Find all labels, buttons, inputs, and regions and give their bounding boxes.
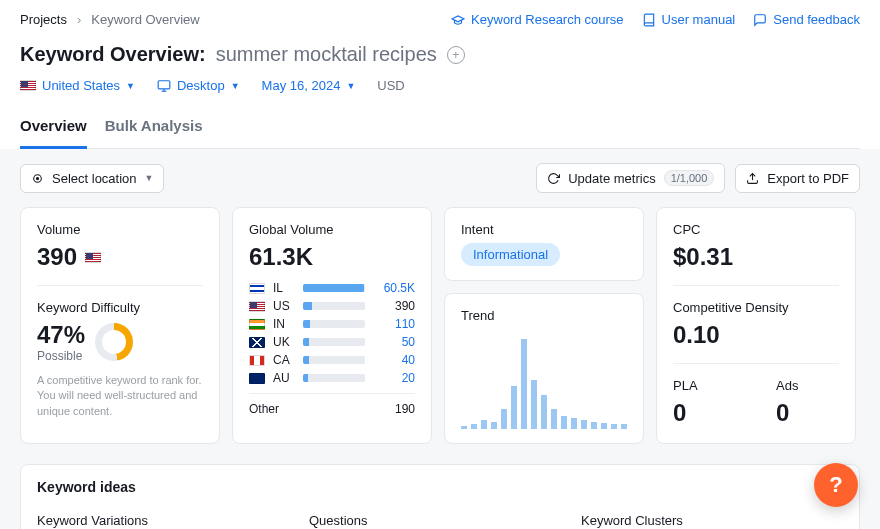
chevron-right-icon: › xyxy=(77,12,81,27)
add-keyword-button[interactable]: + xyxy=(447,46,465,64)
kd-donut-chart xyxy=(95,323,133,361)
global-volume-row[interactable]: IL 60.5K xyxy=(249,281,415,295)
country-code: AU xyxy=(273,371,295,385)
export-pdf-button[interactable]: Export to PDF xyxy=(735,164,860,193)
trend-bar xyxy=(541,395,547,429)
trend-bar xyxy=(461,426,467,429)
country-volume: 60.5K xyxy=(373,281,415,295)
other-label: Other xyxy=(249,402,365,416)
country-volume: 40 xyxy=(373,353,415,367)
help-button[interactable]: ? xyxy=(814,463,858,507)
volume-card: Volume 390 Keyword Difficulty 47% Possib… xyxy=(20,207,220,444)
il-flag-icon xyxy=(249,283,265,294)
intent-card: Intent Informational xyxy=(444,207,644,281)
volume-bar xyxy=(303,284,365,292)
other-value: 190 xyxy=(373,402,415,416)
questions-label: Questions xyxy=(309,513,571,528)
global-volume-row[interactable]: AU 20 xyxy=(249,371,415,385)
country-volume: 50 xyxy=(373,335,415,349)
ads-label: Ads xyxy=(776,378,839,393)
country-code: IN xyxy=(273,317,295,331)
density-value: 0.10 xyxy=(673,321,839,349)
ca-flag-icon xyxy=(249,355,265,366)
select-location-button[interactable]: Select location ▼ xyxy=(20,164,164,193)
trend-card: Trend xyxy=(444,293,644,444)
volume-bar xyxy=(303,338,365,346)
trend-bar xyxy=(611,424,617,429)
global-volume-label: Global Volume xyxy=(249,222,415,237)
currency-label: USD xyxy=(377,78,404,93)
global-volume-row[interactable]: IN 110 xyxy=(249,317,415,331)
trend-chart xyxy=(461,329,627,429)
keyword-text: summer mocktail recipes xyxy=(216,43,437,66)
country-code: CA xyxy=(273,353,295,367)
update-metrics-button[interactable]: Update metrics 1/1,000 xyxy=(536,163,725,193)
volume-bar xyxy=(303,356,365,364)
kd-rating: Possible xyxy=(37,349,85,363)
svg-point-4 xyxy=(36,177,38,179)
trend-bar xyxy=(471,424,477,429)
date-filter[interactable]: May 16, 2024 ▼ xyxy=(262,78,356,93)
chevron-down-icon: ▼ xyxy=(346,81,355,91)
book-icon xyxy=(642,13,656,27)
device-filter[interactable]: Desktop ▼ xyxy=(157,78,240,93)
country-code: UK xyxy=(273,335,295,349)
variations-label: Keyword Variations xyxy=(37,513,299,528)
kd-value: 47% xyxy=(37,321,85,349)
trend-bar xyxy=(481,420,487,429)
trend-bar xyxy=(491,422,497,429)
trend-bar xyxy=(511,386,517,429)
cpc-value: $0.31 xyxy=(673,243,839,271)
us-flag-icon xyxy=(249,301,265,312)
clusters-label: Keyword Clusters xyxy=(581,513,843,528)
country-code: US xyxy=(273,299,295,313)
global-volume-row[interactable]: CA 40 xyxy=(249,353,415,367)
trend-bar xyxy=(621,424,627,429)
trend-bar xyxy=(601,423,607,429)
chevron-down-icon: ▼ xyxy=(145,173,154,183)
send-feedback-link[interactable]: Send feedback xyxy=(753,12,860,27)
graduation-icon xyxy=(451,13,465,27)
keyword-course-link[interactable]: Keyword Research course xyxy=(451,12,623,27)
keyword-ideas-card: Keyword ideas Keyword Variations 35 Tota… xyxy=(20,464,860,529)
trend-bar xyxy=(591,422,597,429)
global-volume-row[interactable]: UK 50 xyxy=(249,335,415,349)
kd-label: Keyword Difficulty xyxy=(37,300,203,315)
global-volume-row[interactable]: US 390 xyxy=(249,299,415,313)
refresh-icon xyxy=(547,172,560,185)
trend-bar xyxy=(581,420,587,429)
volume-value: 390 xyxy=(37,243,77,271)
au-flag-icon xyxy=(249,373,265,384)
volume-bar xyxy=(303,302,365,310)
intent-label: Intent xyxy=(461,222,627,237)
tab-bulk-analysis[interactable]: Bulk Analysis xyxy=(105,107,203,148)
volume-bar xyxy=(303,320,365,328)
us-flag-icon xyxy=(20,80,36,91)
keyword-ideas-title: Keyword ideas xyxy=(37,479,843,495)
user-manual-link[interactable]: User manual xyxy=(642,12,736,27)
global-volume-card: Global Volume 61.3K IL 60.5K US 390 IN 1… xyxy=(232,207,432,444)
breadcrumb-projects[interactable]: Projects xyxy=(20,12,67,27)
density-label: Competitive Density xyxy=(673,300,839,315)
trend-bar xyxy=(571,418,577,429)
country-filter[interactable]: United States ▼ xyxy=(20,78,135,93)
uk-flag-icon xyxy=(249,337,265,348)
global-volume-value: 61.3K xyxy=(249,243,415,271)
trend-bar xyxy=(561,416,567,429)
country-volume: 20 xyxy=(373,371,415,385)
page-title: Keyword Overview: xyxy=(20,43,206,66)
target-icon xyxy=(31,172,44,185)
in-flag-icon xyxy=(249,319,265,330)
kd-note: A competitive keyword to rank for. You w… xyxy=(37,373,203,419)
chevron-down-icon: ▼ xyxy=(126,81,135,91)
tab-overview[interactable]: Overview xyxy=(20,107,87,149)
trend-bar xyxy=(531,380,537,430)
chevron-down-icon: ▼ xyxy=(231,81,240,91)
trend-bar xyxy=(501,409,507,429)
export-icon xyxy=(746,172,759,185)
pla-value: 0 xyxy=(673,399,736,427)
ads-value: 0 xyxy=(776,399,839,427)
us-flag-icon xyxy=(85,252,101,263)
trend-bar xyxy=(551,409,557,429)
volume-label: Volume xyxy=(37,222,203,237)
